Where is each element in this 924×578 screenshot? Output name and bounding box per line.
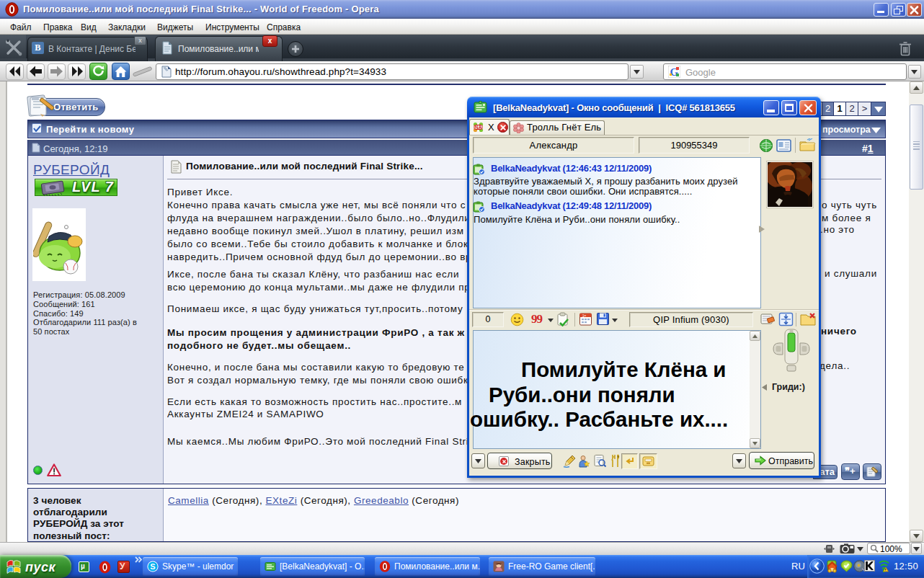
svg-text:S: S bbox=[150, 562, 155, 571]
svg-text:NA: NA bbox=[475, 125, 482, 130]
svg-text:1=: 1= bbox=[582, 314, 587, 318]
